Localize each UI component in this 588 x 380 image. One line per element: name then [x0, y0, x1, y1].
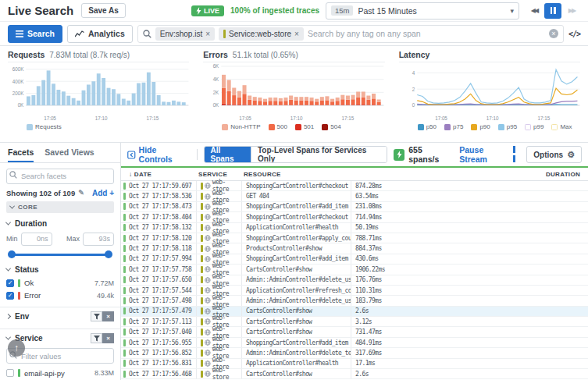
table-row[interactable]: Oct 27 17:17:58.120web-storeShoppingCart…: [121, 233, 588, 243]
errors-chart-panel: Errors 51.1k total (0.65%) 0K2K4K6K17:05…: [203, 50, 384, 142]
globe-icon: [205, 277, 211, 283]
search-facets-input[interactable]: [6, 169, 114, 184]
close-icon[interactable]: ×: [294, 30, 299, 38]
column-service[interactable]: SERVICE: [194, 171, 239, 178]
table-row[interactable]: Oct 27 17:17:57.544web-storeApplicationC…: [121, 286, 588, 296]
facet-item-email-api-py[interactable]: email-api-py 8.33M: [6, 367, 114, 379]
filter-include-icon[interactable]: [91, 333, 102, 343]
tab-facets[interactable]: Facets: [8, 147, 34, 162]
filter-include-icon[interactable]: [91, 311, 102, 321]
column-resource[interactable]: RESOURCE: [239, 171, 348, 178]
checkbox-checked[interactable]: ✓: [6, 292, 14, 300]
analytics-tab[interactable]: Analytics: [67, 25, 133, 43]
code-view-icon[interactable]: </>: [568, 30, 580, 38]
legend-item-p95[interactable]: p95: [498, 123, 517, 130]
latency-chart[interactable]: 02417:0517:1017:15: [399, 63, 580, 123]
span-resource: Admin::AdminController#delete_user: [241, 275, 351, 285]
legend-item-504[interactable]: 504: [322, 123, 340, 130]
svg-text:6K: 6K: [213, 63, 219, 69]
live-badge: LIVE: [191, 5, 224, 16]
table-row[interactable]: Oct 27 17:17:57.479web-storeCartsControl…: [121, 307, 588, 317]
clear-search-icon[interactable]: ×: [549, 29, 558, 38]
save-as-button[interactable]: Save As: [81, 3, 126, 18]
table-row[interactable]: Oct 27 17:17:56.831web-storeApplicationC…: [121, 359, 588, 369]
filter-exclude-icon[interactable]: ×: [102, 311, 114, 321]
checkbox-checked[interactable]: ✓: [6, 279, 14, 287]
table-row[interactable]: Oct 27 17:17:58.118web-storeProductsCont…: [121, 243, 588, 254]
facet-status-header[interactable]: Status: [6, 263, 114, 277]
table-row[interactable]: Oct 27 17:17:58.473web-storeShoppingCart…: [121, 202, 588, 212]
legend-item-p75[interactable]: p75: [444, 123, 463, 130]
pause-stream-button[interactable]: Pause Stream: [459, 145, 519, 164]
all-spans-toggle[interactable]: All Spans: [205, 147, 251, 162]
table-row[interactable]: Oct 27 17:17:58.132web-storeApplicationC…: [121, 223, 588, 233]
legend-item-max[interactable]: Max: [551, 123, 572, 130]
facet-item-ok[interactable]: ✓ Ok 7.72M: [6, 277, 114, 289]
svg-text:2K: 2K: [213, 90, 219, 95]
legend-item-500[interactable]: 500: [269, 123, 287, 130]
column-duration[interactable]: DURATION: [348, 171, 588, 178]
legend-item-p99[interactable]: p99: [525, 123, 543, 130]
facet-env-header[interactable]: Env ×: [6, 310, 114, 324]
table-row[interactable]: Oct 27 17:17:58.536web-storeGET 40463.54…: [121, 191, 588, 201]
duration-min-input[interactable]: [21, 233, 52, 246]
legend-item-501[interactable]: 501: [295, 123, 314, 130]
svg-text:17:15: 17:15: [537, 115, 550, 121]
top-level-spans-toggle[interactable]: Top-Level Spans for Services Only: [251, 147, 387, 162]
facet-item-error[interactable]: ✓ Error 49.4k: [6, 289, 114, 302]
errors-chart[interactable]: 0K2K4K6K17:0517:1017:15: [203, 63, 384, 123]
slider-knob-max[interactable]: [105, 250, 112, 258]
service-color-bar: [201, 371, 203, 378]
span-date: Oct 27 17:17:59.697: [129, 183, 196, 190]
options-button[interactable]: Options ⚙: [526, 146, 582, 163]
duration-range-slider[interactable]: [8, 249, 112, 260]
legend-item-non-http[interactable]: Non-HTTP: [222, 123, 260, 130]
table-row[interactable]: Oct 27 17:17:57.498web-storeAdmin::Admin…: [121, 296, 588, 306]
legend-item-requests[interactable]: Requests: [27, 123, 62, 130]
core-section-header[interactable]: CORE: [6, 201, 114, 213]
requests-chart[interactable]: 0K200K400K600K17:0517:1017:15: [8, 63, 189, 123]
table-row[interactable]: Oct 27 17:17:56.955web-storeShoppingCart…: [121, 338, 588, 348]
table-row[interactable]: Oct 27 17:17:57.113web-storeCartsControl…: [121, 317, 588, 327]
table-row[interactable]: Oct 27 17:17:58.404web-storeShoppingCart…: [121, 212, 588, 222]
table-row[interactable]: Oct 27 17:17:59.697web-storeShoppingCart…: [121, 181, 588, 191]
span-resource: ShoppingCartController#checkout: [241, 181, 351, 190]
filter-exclude-icon[interactable]: ×: [102, 333, 114, 343]
rewind-button[interactable]: ◀◀: [526, 3, 543, 19]
pencil-icon[interactable]: ✎: [78, 189, 84, 197]
facet-duration-header[interactable]: Duration: [6, 217, 114, 231]
column-date[interactable]: ↓ DATE: [121, 171, 194, 178]
hide-controls-button[interactable]: Hide Controls: [127, 145, 191, 164]
span-duration: 714.94ms: [351, 212, 588, 222]
table-row[interactable]: Oct 27 17:17:57.758web-storeCartsControl…: [121, 265, 588, 275]
duration-max-input[interactable]: [83, 233, 114, 246]
globe-icon: [205, 339, 211, 346]
table-row[interactable]: Oct 27 17:17:57.650web-storeAdmin::Admin…: [121, 275, 588, 286]
legend-item-p90[interactable]: p90: [471, 123, 490, 130]
time-range-picker[interactable]: 15m Past 15 Minutes ▾: [326, 2, 519, 20]
pause-button[interactable]: [544, 3, 561, 19]
slider-knob-min[interactable]: [8, 250, 16, 258]
search-input[interactable]: Env:shop.ist × Service:web-store × Searc…: [137, 25, 564, 43]
span-date: Oct 27 17:17:57.479: [129, 307, 196, 314]
forward-button[interactable]: ▶▶: [563, 3, 580, 19]
filter-pill-service[interactable]: Service:web-store ×: [219, 27, 304, 41]
legend-item-p50[interactable]: p50: [418, 123, 437, 130]
search-icon: [9, 171, 17, 179]
span-status-bar: [123, 329, 126, 336]
span-duration: 1906.22ms: [351, 265, 588, 274]
checkbox-unchecked[interactable]: [6, 369, 14, 377]
span-resource: CartsController#show: [241, 307, 351, 316]
add-facet-button[interactable]: Add +: [92, 189, 114, 197]
table-row[interactable]: Oct 27 17:17:56.852web-storeAdmin::Admin…: [121, 348, 588, 358]
table-row[interactable]: Oct 27 17:17:56.468web-storeCartsControl…: [121, 369, 588, 379]
search-tab[interactable]: Search: [8, 25, 62, 43]
table-row[interactable]: Oct 27 17:17:57.040web-storeCartsControl…: [121, 327, 588, 337]
span-date: Oct 27 17:17:58.473: [129, 203, 196, 210]
span-duration: 884.37ms: [351, 243, 588, 253]
table-row[interactable]: Oct 27 17:17:57.994web-storeShoppingCart…: [121, 254, 588, 265]
svg-text:17:05: 17:05: [44, 115, 56, 121]
close-icon[interactable]: ×: [205, 30, 210, 38]
tab-saved-views[interactable]: Saved Views: [45, 147, 94, 162]
filter-pill-env[interactable]: Env:shop.ist ×: [155, 27, 215, 41]
